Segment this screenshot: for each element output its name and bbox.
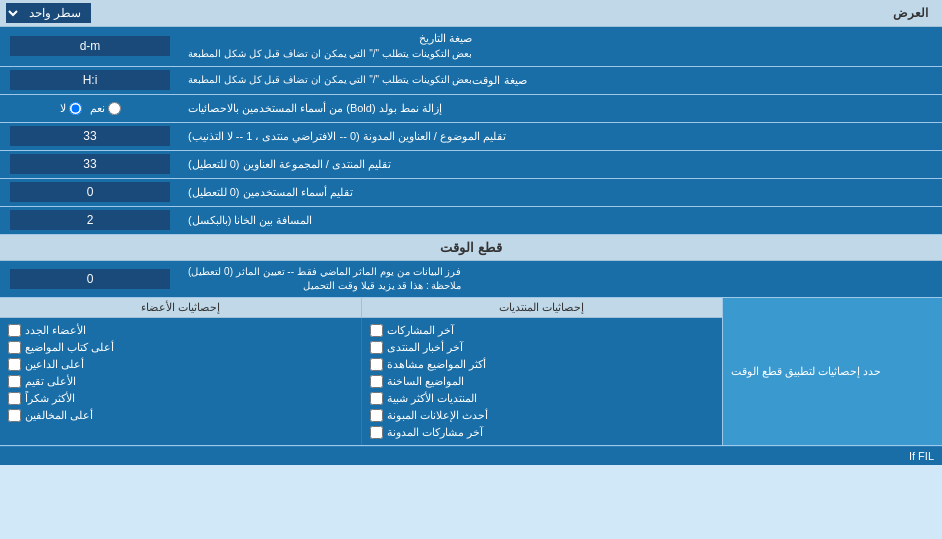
- cb-col2-item-5: الأكثر شكراً: [8, 390, 353, 407]
- cb-col2-1[interactable]: [8, 324, 21, 337]
- cb-col1-1[interactable]: [370, 324, 383, 337]
- limit-label: حدد إحصاثيات لتطبيق قطع الوقت: [722, 298, 942, 445]
- cb-col2-5[interactable]: [8, 392, 21, 405]
- forum-trim-label: تقليم المنتدى / المجموعة العناوين (0 للت…: [180, 151, 942, 178]
- checkbox-col1: آخر المشاركات آخر أخبار المنتدى أكثر الم…: [361, 318, 723, 445]
- cb-col2-item-3: أعلى الداعين: [8, 356, 353, 373]
- cell-spacing-row: المسافة بين الخانا (بالبكسل): [0, 207, 942, 235]
- time-format-input[interactable]: [10, 70, 170, 90]
- display-select[interactable]: سطر واحدسطرينثلاثة أسطر: [6, 3, 91, 23]
- forum-trim-input[interactable]: [10, 154, 170, 174]
- bold-yes-radio[interactable]: [108, 102, 121, 115]
- cb-col2-item-4: الأعلى تقيم: [8, 373, 353, 390]
- bold-no-label[interactable]: لا: [60, 102, 82, 115]
- cb-col2-item-2: أعلى كتاب المواضيع: [8, 339, 353, 356]
- cutoff-section-header: قطع الوقت: [0, 235, 942, 261]
- cb-col2-3[interactable]: [8, 358, 21, 371]
- checkbox-items-row: آخر المشاركات آخر أخبار المنتدى أكثر الم…: [0, 318, 722, 445]
- cutoff-label: فرز البيانات من يوم الماثر الماضي فقط --…: [180, 261, 942, 297]
- limit-checkboxes-outer: حدد إحصاثيات لتطبيق قطع الوقت إحصاثيات ا…: [0, 298, 942, 446]
- cb-col2-item-1: الأعضاء الجدد: [8, 322, 353, 339]
- cb-col1-item-1: آخر المشاركات: [370, 322, 715, 339]
- cb-col1-item-4: المواضيع الساخنة: [370, 373, 715, 390]
- if-fil-note: If FIL: [0, 446, 942, 465]
- date-format-input-cell: [0, 27, 180, 66]
- cb-col1-item-6: أحدث الإعلانات المبونة: [370, 407, 715, 424]
- top-label: العرض: [91, 6, 936, 20]
- cb-col2-6[interactable]: [8, 409, 21, 422]
- bold-radio-cell: نعم لا: [0, 95, 180, 122]
- cb-col1-7[interactable]: [370, 426, 383, 439]
- forum-trim-input-cell: [0, 151, 180, 178]
- forum-trim-row: تقليم المنتدى / المجموعة العناوين (0 للت…: [0, 151, 942, 179]
- topic-trim-input-cell: [0, 123, 180, 150]
- cell-spacing-label: المسافة بين الخانا (بالبكسل): [180, 207, 942, 234]
- bold-label: إزالة نمط بولد (Bold) من أسماء المستخدمي…: [180, 95, 942, 122]
- bold-radio-row: إزالة نمط بولد (Bold) من أسماء المستخدمي…: [0, 95, 942, 123]
- username-trim-input[interactable]: [10, 182, 170, 202]
- date-format-input[interactable]: [10, 36, 170, 56]
- date-format-row: صيغة التاريخبعض التكوينات يتطلب "/" التي…: [0, 27, 942, 67]
- cb-col2-item-6: أعلى المخالفين: [8, 407, 353, 424]
- topic-trim-input[interactable]: [10, 126, 170, 146]
- col2-header: إحصاثيات الأعضاء: [0, 298, 361, 317]
- topic-trim-row: تقليم الموضوع / العناوين المدونة (0 -- ا…: [0, 123, 942, 151]
- cb-col2-2[interactable]: [8, 341, 21, 354]
- bold-no-radio[interactable]: [69, 102, 82, 115]
- cb-col1-item-7: آخر مشاركات المدونة: [370, 424, 715, 441]
- date-format-label: صيغة التاريخبعض التكوينات يتطلب "/" التي…: [180, 27, 942, 66]
- cutoff-row: فرز البيانات من يوم الماثر الماضي فقط --…: [0, 261, 942, 298]
- time-format-label: صيغة الوقتبعض التكوينات يتطلب "/" التي ي…: [180, 67, 942, 94]
- top-row: العرض سطر واحدسطرينثلاثة أسطر: [0, 0, 942, 27]
- time-format-row: صيغة الوقتبعض التكوينات يتطلب "/" التي ي…: [0, 67, 942, 95]
- checkbox-headers: إحصاثيات المنتديات إحصاثيات الأعضاء: [0, 298, 722, 318]
- cb-col1-5[interactable]: [370, 392, 383, 405]
- col1-header: إحصاثيات المنتديات: [361, 298, 723, 317]
- cb-col1-item-2: آخر أخبار المنتدى: [370, 339, 715, 356]
- username-trim-row: تقليم أسماء المستخدمين (0 للتعطيل): [0, 179, 942, 207]
- cb-col1-3[interactable]: [370, 358, 383, 371]
- cutoff-input-cell: [0, 261, 180, 297]
- cutoff-input[interactable]: [10, 269, 170, 289]
- cb-col1-6[interactable]: [370, 409, 383, 422]
- checkbox-col2: الأعضاء الجدد أعلى كتاب المواضيع أعلى ال…: [0, 318, 361, 445]
- bold-yes-label[interactable]: نعم: [90, 102, 121, 115]
- time-format-input-cell: [0, 67, 180, 94]
- username-trim-label: تقليم أسماء المستخدمين (0 للتعطيل): [180, 179, 942, 206]
- cb-col2-4[interactable]: [8, 375, 21, 388]
- cell-spacing-input[interactable]: [10, 210, 170, 230]
- topic-trim-label: تقليم الموضوع / العناوين المدونة (0 -- ا…: [180, 123, 942, 150]
- username-trim-input-cell: [0, 179, 180, 206]
- cb-col1-item-3: أكثر المواضيع مشاهدة: [370, 356, 715, 373]
- cb-col1-item-5: المنتديات الأكثر شبية: [370, 390, 715, 407]
- cb-col1-2[interactable]: [370, 341, 383, 354]
- cell-spacing-input-cell: [0, 207, 180, 234]
- cb-col1-4[interactable]: [370, 375, 383, 388]
- checkboxes-container: إحصاثيات المنتديات إحصاثيات الأعضاء آخر …: [0, 298, 722, 445]
